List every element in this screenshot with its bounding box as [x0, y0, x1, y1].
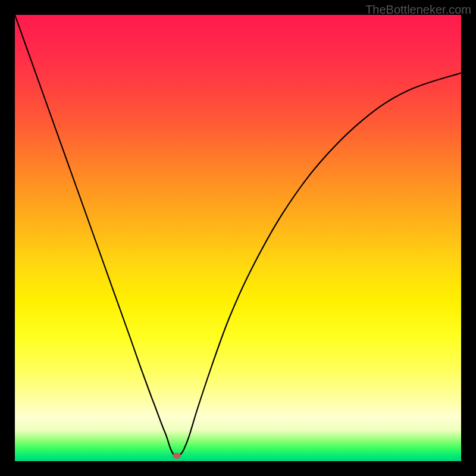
- watermark-text: TheBottleneker.com: [365, 3, 471, 17]
- chart-curve-svg: [15, 15, 461, 461]
- outer-frame: TheBottleneker.com: [0, 0, 476, 476]
- bottleneck-curve: [15, 15, 461, 456]
- minimum-marker: [173, 453, 181, 459]
